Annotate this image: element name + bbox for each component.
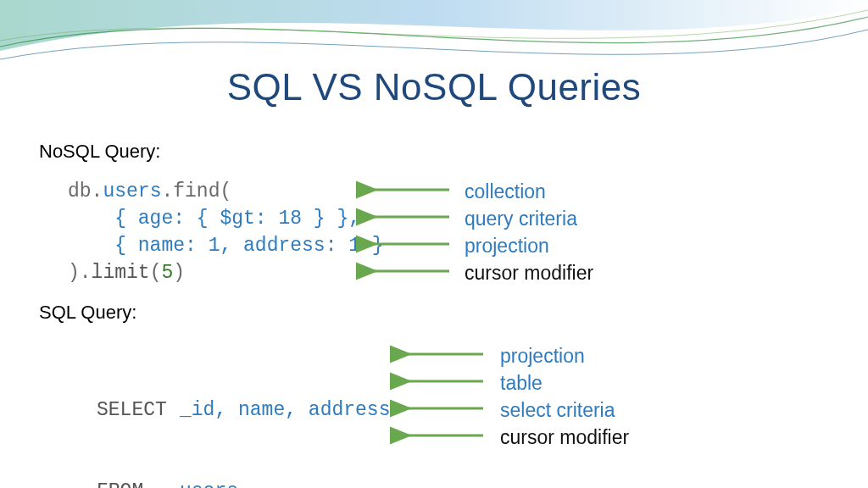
nosql-l4-close: )	[173, 262, 185, 284]
slide: SQL VS NoSQL Queries NoSQL Query: db.use…	[0, 0, 868, 488]
annot-projection2: projection	[500, 342, 629, 369]
sql-row-from: FROMusers	[97, 478, 390, 488]
nosql-arrows	[356, 178, 458, 288]
nosql-l4-open: (	[150, 262, 162, 284]
annot-select-criteria: select criteria	[500, 396, 629, 424]
nosql-l2: { age: { $gt: 18 } },	[68, 208, 360, 230]
nosql-l4-num: 5	[161, 262, 173, 284]
annot-collection: collection	[465, 178, 593, 205]
sql-val-from: users	[180, 478, 238, 488]
sql-label: SQL Query:	[39, 302, 136, 324]
annot-projection: projection	[465, 232, 593, 259]
nosql-l4-pre: ).	[68, 262, 92, 284]
annot-cursor-mod: cursor modifier	[465, 259, 593, 286]
nosql-l4-fn: limit	[92, 262, 150, 284]
nosql-l1-collection: users	[103, 180, 161, 202]
nosql-l1-pre: db.	[68, 180, 103, 202]
annot-table: table	[500, 369, 629, 396]
annot-cursor-mod2: cursor modifier	[500, 424, 629, 451]
sql-kw-select: SELECT	[97, 396, 180, 424]
sql-annotations: projection table select criteria cursor …	[500, 342, 629, 451]
sql-code-block: SELECT_id, name, address FROMusers WHERE…	[97, 342, 390, 488]
annot-query-criteria: query criteria	[465, 205, 593, 232]
sql-row-select: SELECT_id, name, address	[97, 396, 390, 424]
nosql-l3: { name: 1, address: 1 }	[68, 235, 384, 257]
sql-kw-from: FROM	[97, 478, 180, 488]
sql-val-select: _id, name, address	[180, 396, 390, 424]
nosql-annotations: collection query criteria projection cur…	[465, 178, 593, 286]
page-title: SQL VS NoSQL Queries	[0, 66, 868, 108]
sql-arrows	[390, 342, 492, 452]
nosql-l1-post: .find(	[161, 180, 231, 202]
nosql-code-block: db.users.find( { age: { $gt: 18 } }, { n…	[68, 178, 384, 286]
nosql-label: NoSQL Query:	[39, 141, 160, 163]
